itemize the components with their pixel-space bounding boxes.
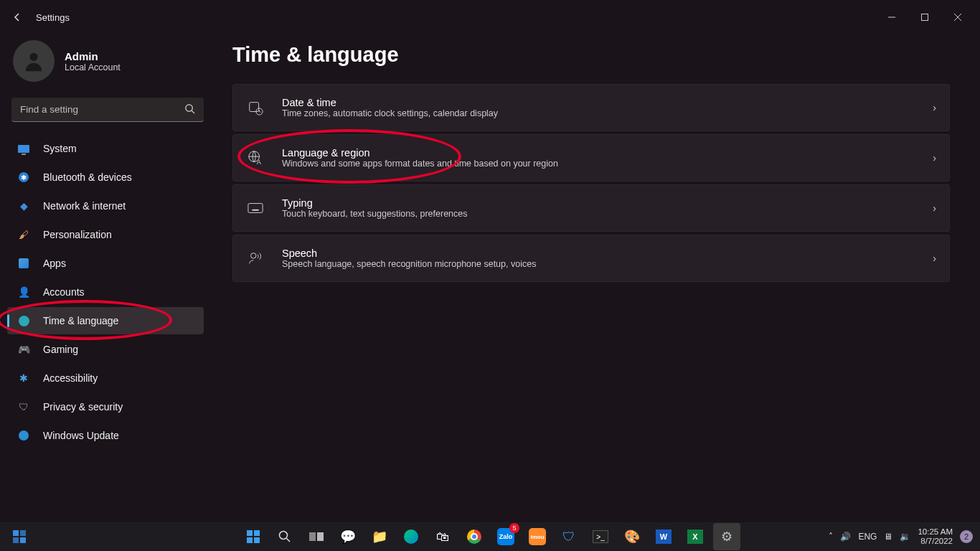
svg-line-29 [287, 539, 291, 542]
card-subtitle: Windows and some apps format dates and t… [282, 159, 558, 169]
taskbar-app-terminal[interactable]: >_ [587, 523, 614, 550]
apps-icon [17, 257, 30, 270]
card-typing[interactable]: Typing Touch keyboard, text suggestions,… [232, 184, 950, 232]
tray-sound-icon[interactable]: 🔉 [900, 532, 910, 542]
sidebar-item-network[interactable]: ◆Network & internet [7, 192, 204, 220]
sidebar-item-gaming[interactable]: 🎮Gaming [7, 336, 204, 363]
sidebar-item-label: Network & internet [43, 200, 126, 212]
bluetooth-icon: ✱ [17, 171, 30, 184]
card-date-time[interactable]: Date & time Time zones, automatic clock … [232, 84, 950, 131]
svg-rect-30 [309, 532, 316, 541]
svg-rect-7 [250, 103, 259, 112]
taskbar-app-store[interactable]: 🛍 [429, 523, 456, 550]
wifi-icon: ◆ [17, 199, 30, 212]
brush-icon: 🖌 [17, 228, 30, 241]
edge-icon [404, 529, 418, 544]
search-icon [184, 103, 195, 117]
sidebar-item-personalization[interactable]: 🖌Personalization [7, 221, 204, 248]
tray-clock[interactable]: 10:25 AM 8/7/2022 [918, 527, 953, 546]
volume-icon[interactable]: 🔊 [840, 532, 851, 542]
window-title: Settings [36, 12, 70, 23]
svg-rect-24 [247, 530, 253, 536]
user-name: Admin [65, 50, 121, 62]
tray-time: 10:25 AM [918, 527, 953, 537]
sidebar-item-label: Bluetooth & devices [43, 171, 132, 183]
task-view-button[interactable] [303, 523, 330, 550]
taskbar-app-explorer[interactable]: 📁 [366, 523, 393, 550]
sidebar-item-label: Windows Update [43, 430, 119, 441]
accounts-icon: 👤 [17, 286, 30, 298]
sidebar-item-accessibility[interactable]: ✱Accessibility [7, 364, 204, 392]
sidebar-item-label: Apps [43, 258, 66, 269]
close-button[interactable] [941, 6, 974, 29]
maximize-button[interactable] [908, 6, 941, 29]
sidebar-item-label: Gaming [43, 344, 78, 355]
titlebar: Settings [0, 0, 980, 34]
defender-icon: 🛡 [562, 529, 575, 545]
sidebar-item-bluetooth[interactable]: ✱Bluetooth & devices [7, 164, 204, 191]
search-button[interactable] [271, 523, 298, 550]
taskbar-app-excel[interactable]: X [682, 523, 709, 550]
card-language-region[interactable]: A Language & region Windows and some app… [232, 134, 950, 182]
start-button[interactable] [240, 523, 267, 550]
svg-point-19 [251, 253, 256, 258]
sidebar-item-windows-update[interactable]: Windows Update [7, 422, 204, 449]
sidebar-item-label: Time & language [43, 315, 118, 326]
tray-overflow-icon[interactable]: ˄ [829, 532, 833, 542]
taskbar-app-security[interactable]: 🛡 [555, 523, 583, 550]
notification-badge: 5 [509, 523, 519, 533]
widgets-icon [12, 529, 27, 544]
sidebar-item-label: Accessibility [43, 372, 98, 384]
windows-icon [246, 529, 260, 544]
svg-rect-27 [254, 537, 260, 543]
card-title: Typing [282, 197, 467, 209]
notification-count[interactable]: 2 [960, 530, 973, 543]
nav: System ✱Bluetooth & devices ◆Network & i… [7, 135, 204, 449]
window-controls [875, 6, 974, 29]
card-title: Language & region [282, 147, 558, 159]
taskbar-app-imou[interactable]: imou [524, 523, 551, 550]
sidebar-item-time-language[interactable]: Time & language [7, 307, 204, 334]
chevron-right-icon: › [933, 253, 936, 264]
chrome-icon [467, 529, 481, 544]
card-speech[interactable]: Speech Speech language, speech recogniti… [232, 235, 950, 282]
store-icon: 🛍 [436, 529, 449, 545]
taskbar-app-settings[interactable]: ⚙ [713, 523, 740, 550]
back-button[interactable] [6, 6, 29, 29]
sidebar: Admin Local Account System ✱Bluetooth & … [0, 34, 215, 522]
search-wrap [11, 98, 204, 122]
maximize-icon [921, 14, 928, 21]
sidebar-item-accounts[interactable]: 👤Accounts [7, 278, 204, 306]
close-icon [954, 14, 961, 21]
taskbar-app-word[interactable]: W [650, 523, 677, 550]
widgets-button[interactable] [6, 523, 33, 550]
sidebar-item-apps[interactable]: Apps [7, 250, 204, 277]
svg-line-6 [192, 110, 194, 113]
chevron-right-icon: › [933, 152, 936, 164]
minimize-button[interactable] [875, 6, 908, 29]
sidebar-item-label: System [43, 143, 77, 154]
taskbar-app-zalo[interactable]: Zalo5 [492, 523, 519, 550]
paint-icon: 🎨 [624, 529, 640, 545]
taskbar-app-chrome[interactable] [461, 523, 488, 550]
main-content: Time & language Date & time Time zones, … [215, 34, 980, 522]
svg-rect-26 [247, 537, 253, 543]
taskbar-app-chat[interactable]: 💬 [334, 523, 362, 550]
svg-rect-23 [20, 537, 26, 543]
tray-display-icon[interactable]: 🖥 [884, 532, 892, 542]
person-icon [22, 49, 46, 73]
user-block[interactable]: Admin Local Account [11, 40, 204, 95]
system-tray: ˄ 🔊 ENG 🖥 🔉 10:25 AM 8/7/2022 2 [829, 527, 980, 546]
taskbar-app-paint[interactable]: 🎨 [618, 523, 646, 550]
gaming-icon: 🎮 [17, 343, 30, 356]
sidebar-item-system[interactable]: System [7, 135, 204, 162]
taskbar-app-edge[interactable] [397, 523, 425, 550]
search-input[interactable] [11, 98, 204, 122]
svg-rect-21 [20, 530, 26, 536]
taskbar: 💬 📁 🛍 Zalo5 imou 🛡 >_ 🎨 W X ⚙ ˄ 🔊 ENG 🖥 … [0, 522, 980, 551]
tray-language[interactable]: ENG [858, 532, 877, 542]
chat-icon: 💬 [340, 529, 356, 545]
keyboard-icon [246, 199, 265, 217]
sidebar-item-privacy[interactable]: 🛡Privacy & security [7, 393, 204, 420]
svg-rect-22 [13, 537, 19, 543]
